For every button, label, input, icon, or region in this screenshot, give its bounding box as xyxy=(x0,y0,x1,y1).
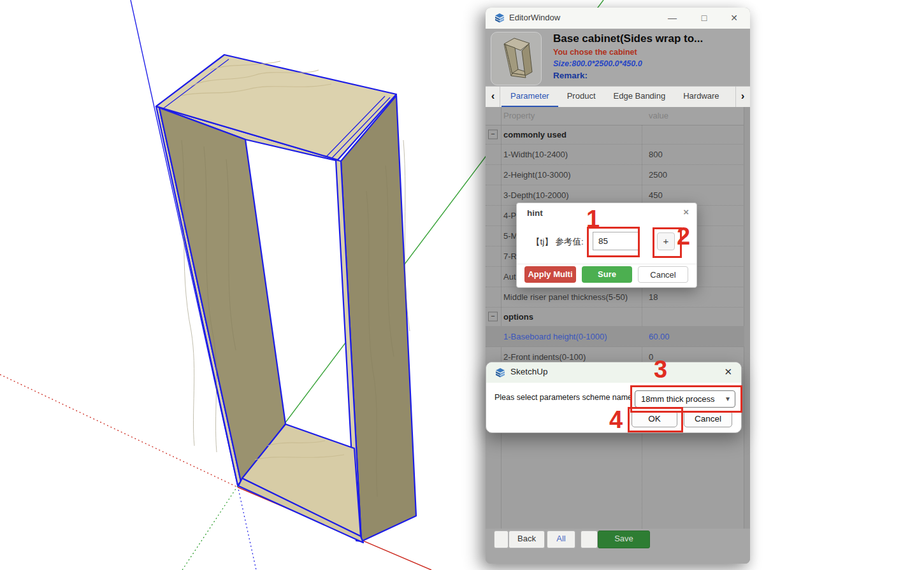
close-button[interactable]: ✕ xyxy=(725,10,744,26)
minimize-button[interactable]: — xyxy=(663,10,682,26)
reference-value-label: 【tj】 参考值: xyxy=(531,236,584,248)
all-button[interactable]: All xyxy=(547,531,575,548)
window-title: EditorWindow xyxy=(509,13,560,22)
back-button[interactable]: Back xyxy=(509,531,545,548)
cabinet-thumbnail-image xyxy=(491,32,541,85)
table-header: Property value xyxy=(486,107,744,125)
save-button[interactable]: Save xyxy=(598,531,650,548)
sketchup-logo-icon xyxy=(494,13,505,23)
cabinet-info-header: Base cabinet(Sides wrap to... You chose … xyxy=(486,29,750,86)
annotation-number-3: 3 xyxy=(654,357,667,381)
cabinet-thumbnail xyxy=(491,32,542,85)
row-value[interactable]: 2500 xyxy=(649,170,667,180)
row-value[interactable]: 450 xyxy=(649,190,663,200)
tabs-scroll-right-icon[interactable]: › xyxy=(735,87,749,107)
parameter-table: Property value − commonly used 1-Width(1… xyxy=(486,107,750,529)
cabinet-size: Size:800.0*2500.0*450.0 xyxy=(553,59,642,68)
sketchup-dialog-titlebar[interactable]: SketchUp ✕ xyxy=(486,362,741,383)
row-label: 2-Front indents(0-100) xyxy=(503,352,586,362)
row-label: 2-Height(10-3000) xyxy=(503,170,571,180)
maximize-button[interactable]: □ xyxy=(695,10,714,26)
annotation-number-1: 1 xyxy=(586,207,600,231)
annotation-number-2: 2 xyxy=(677,224,690,248)
window-titlebar[interactable]: EditorWindow — □ ✕ xyxy=(486,8,750,29)
row-value[interactable]: 60.00 xyxy=(649,332,670,341)
sketchup-logo-icon xyxy=(495,367,505,378)
row-value[interactable]: 800 xyxy=(649,150,663,159)
chosen-note: You chose the cabinet xyxy=(553,48,637,57)
tabs: Parameter Product Edge Banding Hardware … xyxy=(502,87,735,108)
sketchup-3d-viewport[interactable] xyxy=(0,0,924,570)
table-row-width[interactable]: 1-Width(10-2400) 800 xyxy=(486,144,744,165)
cancel-button[interactable]: Cancel xyxy=(684,411,732,427)
close-icon[interactable]: × xyxy=(683,206,689,217)
hint-footer-divider xyxy=(517,264,697,264)
close-icon[interactable]: ✕ xyxy=(724,366,732,378)
annotation-rect-4 xyxy=(628,407,683,432)
collapse-icon[interactable]: − xyxy=(488,312,498,322)
row-value[interactable]: 18 xyxy=(649,292,658,302)
tab-accessory[interactable]: Access xyxy=(728,87,735,108)
tab-parameter[interactable]: Parameter xyxy=(502,87,558,108)
cancel-button[interactable]: Cancel xyxy=(638,266,688,283)
footer-small-button-1[interactable] xyxy=(494,531,509,548)
column-header-property: Property xyxy=(503,111,535,120)
tab-edge-banding[interactable]: Edge Banding xyxy=(605,87,675,108)
table-section-commonly-used[interactable]: − commonly used xyxy=(486,125,744,145)
cabinet-title: Base cabinet(Sides wrap to... xyxy=(553,32,703,45)
table-section-options[interactable]: − options xyxy=(486,307,744,327)
section-label: commonly used xyxy=(503,130,567,139)
row-label: Aut xyxy=(503,272,516,281)
row-label: 1-Width(10-2400) xyxy=(503,150,568,159)
section-label: options xyxy=(503,312,533,322)
sketchup-dialog-title: SketchUp xyxy=(510,367,548,376)
row-label: 4-P xyxy=(503,211,516,220)
row-label: Middle riser panel thickness(5-50) xyxy=(503,292,628,302)
row-value[interactable]: 0 xyxy=(649,352,653,362)
tabs-scroll-left-icon[interactable]: ‹ xyxy=(486,87,500,107)
footer-small-button-2[interactable] xyxy=(581,531,598,548)
tab-bar: ‹ Parameter Product Edge Banding Hardwar… xyxy=(486,86,750,108)
table-scrollbar[interactable] xyxy=(744,107,750,529)
sure-button[interactable]: Sure xyxy=(582,266,632,283)
collapse-icon[interactable]: − xyxy=(488,130,498,139)
table-row-middle-riser[interactable]: Middle riser panel thickness(5-50) 18 xyxy=(486,287,744,308)
cabinet-remark: Remark: xyxy=(553,71,588,80)
annotation-number-4: 4 xyxy=(609,408,623,432)
tab-hardware[interactable]: Hardware xyxy=(674,87,728,108)
row-label: 3-Depth(10-2000) xyxy=(503,190,569,200)
footer-bar: Back All Save xyxy=(486,529,750,564)
scheme-prompt-label: Pleas select parameters scheme name xyxy=(494,393,632,402)
table-row-baseboard-height[interactable]: 1-Baseboard height(0-1000) 60.00 xyxy=(486,326,744,347)
hint-dialog-title: hint xyxy=(527,208,543,218)
tab-product[interactable]: Product xyxy=(558,87,605,108)
apply-multi-button[interactable]: Apply Multi xyxy=(524,266,576,283)
row-label: 1-Baseboard height(0-1000) xyxy=(503,332,607,341)
row-label: 7-R xyxy=(503,252,517,261)
table-row-height[interactable]: 2-Height(10-3000) 2500 xyxy=(486,164,744,185)
cabinet-model[interactable] xyxy=(156,55,416,543)
column-header-value: value xyxy=(649,111,668,120)
